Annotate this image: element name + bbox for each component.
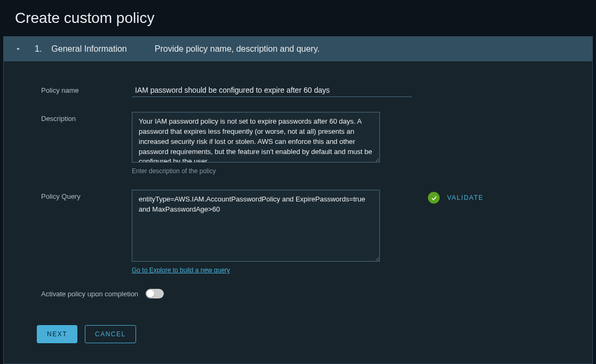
validate-button[interactable]: VALIDATE (447, 194, 483, 201)
step-header[interactable]: 1. General Information Provide policy na… (4, 37, 592, 61)
cancel-button[interactable]: CANCEL (85, 325, 136, 343)
policy-query-textarea[interactable] (132, 190, 380, 262)
next-button[interactable]: NEXT (37, 325, 77, 343)
policy-name-label: Policy name (41, 84, 132, 94)
form-body: Policy name Description Enter descriptio… (4, 61, 592, 363)
validate-section: VALIDATE (428, 190, 483, 204)
page-title: Create custom policy (0, 0, 596, 36)
description-textarea[interactable] (132, 112, 380, 163)
policy-name-row: Policy name (41, 84, 560, 97)
activate-label: Activate policy upon completion (41, 290, 138, 298)
toggle-knob (147, 290, 154, 297)
activate-row: Activate policy upon completion (41, 289, 560, 298)
policy-query-row: Policy Query Go to Explore to build a ne… (41, 190, 560, 274)
description-label: Description (41, 112, 132, 123)
button-row: NEXT CANCEL (37, 325, 560, 343)
chevron-down-icon (14, 45, 22, 53)
description-helper: Enter description of the policy (132, 167, 412, 175)
check-circle-icon (428, 192, 440, 204)
activate-toggle[interactable] (146, 289, 164, 298)
step-title: General Information (51, 44, 126, 54)
policy-name-input[interactable] (132, 84, 412, 97)
wizard-container: 1. General Information Provide policy na… (3, 36, 593, 364)
step-subtitle: Provide policy name, description and que… (155, 44, 320, 54)
step-number: 1. (35, 44, 42, 54)
explore-link[interactable]: Go to Explore to build a new query (132, 266, 230, 274)
policy-query-label: Policy Query (41, 190, 132, 200)
description-row: Description Enter description of the pol… (41, 112, 560, 175)
